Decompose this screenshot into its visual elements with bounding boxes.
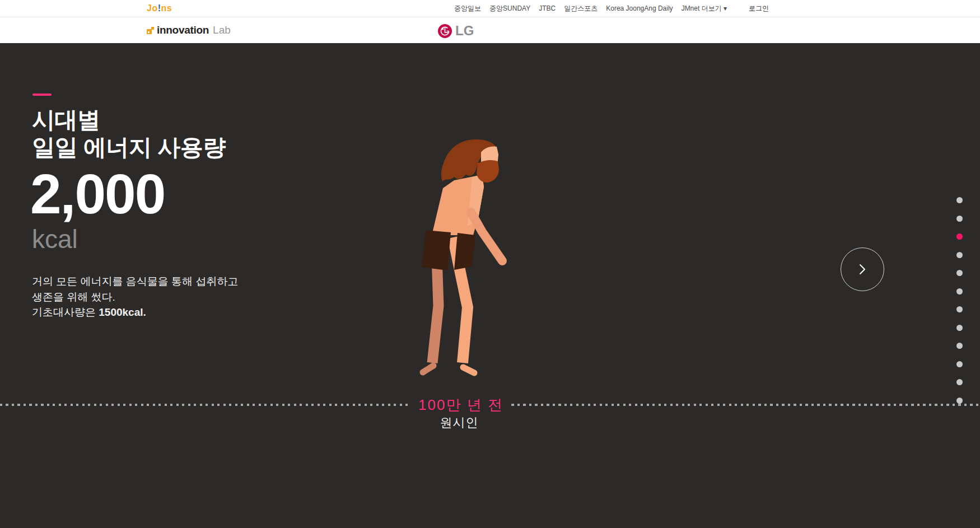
brand-name: innovation [157,24,209,36]
slide-dot-1[interactable] [956,197,963,203]
slide-title: 시대별일일 에너지 사용량 [32,106,226,161]
description-line3-value: 1500kcal. [99,306,146,318]
era-description: 거의 모든 에너지를 음식물을 통해 섭취하고 생존을 위해 썼다. 기초대사량… [32,274,238,320]
caveman-illustration [388,138,510,389]
next-arrow-button[interactable] [841,247,884,291]
brand-suffix: Lab [213,24,231,36]
slide-dot-11[interactable] [956,379,963,385]
lg-symbol-icon [437,24,452,39]
top-utility-bar: Jo!ns 중앙일보 중앙SUNDAY JTBC 일간스포츠 Korea Joo… [0,0,980,17]
lg-logo[interactable]: LG [437,23,474,39]
energy-unit: kcal [32,226,78,253]
subject-label: 원시인 [440,414,479,431]
slide-dot-6[interactable] [956,288,963,295]
joins-logo-text: Jo [147,3,158,13]
innovation-lab-icon [147,27,154,34]
page: Jo!ns 중앙일보 중앙SUNDAY JTBC 일간스포츠 Korea Joo… [0,0,980,528]
top-links-nav: 중앙일보 중앙SUNDAY JTBC 일간스포츠 Korea JoongAng … [454,0,769,17]
slide-dots [956,197,963,404]
accent-dash [32,94,52,96]
link-jtbc[interactable]: JTBC [539,4,556,12]
slide-title-line1: 시대별 [32,107,100,133]
era-label: 100만 년 전 [410,396,511,414]
chevron-right-icon [855,262,870,277]
hero-slide: 시대별일일 에너지 사용량 2,000 kcal 거의 모든 에너지를 음식물을… [0,43,980,528]
slide-title-line2: 일일 에너지 사용량 [32,134,226,160]
slide-dot-7[interactable] [956,306,963,312]
link-korea-joongang-daily[interactable]: Korea JoongAng Daily [606,4,673,12]
lg-wordmark: LG [455,23,474,39]
description-line3-prefix: 기초대사량은 [32,306,99,318]
link-ilgan-sports[interactable]: 일간스포츠 [564,4,598,13]
link-jmnet-more[interactable]: JMnet 더보기 ▾ [682,4,727,13]
slide-dot-4[interactable] [956,252,963,258]
energy-value: 2,000 [30,166,165,222]
innovation-lab-logo[interactable]: innovation Lab [147,24,231,36]
slide-dot-3[interactable] [956,233,963,240]
description-line2: 생존을 위해 썼다. [32,291,115,303]
brand-header-bar: innovation Lab LG [0,17,980,43]
slide-dot-9[interactable] [956,343,963,349]
slide-dot-8[interactable] [956,325,963,331]
slide-dot-2[interactable] [956,216,963,222]
link-joongang-sunday[interactable]: 중앙SUNDAY [489,4,530,13]
slide-dot-5[interactable] [956,270,963,276]
joins-logo[interactable]: Jo!ns [147,3,172,13]
slide-dot-10[interactable] [956,361,963,367]
login-link[interactable]: 로그인 [749,4,769,13]
link-joongang-ilbo[interactable]: 중앙일보 [454,4,481,13]
slide-dot-12[interactable] [956,398,963,404]
description-line1: 거의 모든 에너지를 음식물을 통해 섭취하고 [32,275,238,287]
